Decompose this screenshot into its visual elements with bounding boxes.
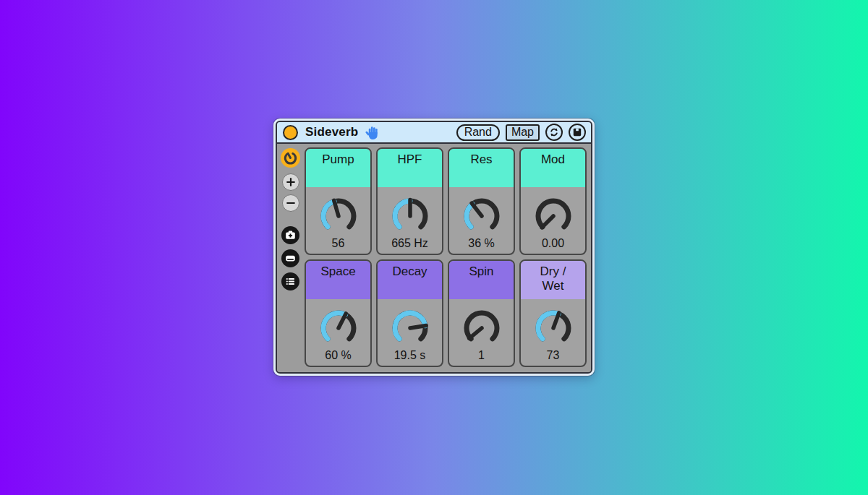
map-mode-button[interactable]: Map — [506, 124, 540, 141]
device-titlebar: Sideverb Rand Map — [277, 122, 591, 144]
macro-knob-toggle-icon[interactable] — [281, 148, 300, 168]
macro-value[interactable]: 0.00 — [542, 237, 564, 250]
macro-knob[interactable] — [388, 308, 432, 348]
randomize-cycle-icon[interactable] — [545, 124, 563, 141]
macro-name-label[interactable]: HPF — [378, 149, 442, 187]
hand-icon — [365, 124, 381, 140]
macro-name-label[interactable]: Dry / Wet — [521, 261, 585, 299]
macro-cell-decay: Decay 19.5 s — [376, 259, 443, 367]
macro-name-label[interactable]: Mod — [521, 149, 585, 187]
macro-value[interactable]: 19.5 s — [394, 349, 426, 362]
macro-value[interactable]: 73 — [547, 349, 560, 362]
add-macro-icon[interactable] — [282, 173, 299, 191]
macro-cell-drywet: Dry / Wet 73 — [519, 259, 587, 367]
save-icon[interactable] — [569, 124, 586, 141]
macro-cell-spin: Spin 1 — [448, 259, 515, 367]
macro-cell-res: Res 36 % — [448, 147, 515, 255]
macro-value[interactable]: 1 — [478, 349, 485, 362]
macro-cell-hpf: HPF 665 Hz — [376, 147, 443, 255]
macro-cell-mod: Mod 0.00 — [519, 147, 587, 255]
macro-value[interactable]: 36 % — [468, 237, 494, 250]
macro-cell-pump: Pump 56 — [305, 147, 372, 255]
macro-value[interactable]: 60 % — [325, 349, 351, 362]
macro-knob[interactable] — [317, 196, 360, 236]
device-frame: Sideverb Rand Map — [276, 121, 592, 374]
rack-side-strip — [277, 144, 304, 372]
macro-rack-device: Sideverb Rand Map — [273, 119, 595, 376]
macro-name-label[interactable]: Decay — [378, 261, 442, 299]
remove-macro-icon[interactable] — [282, 194, 299, 212]
macro-cell-space: Space 60 % — [305, 259, 372, 367]
macro-knob[interactable] — [532, 308, 575, 348]
macro-knob[interactable] — [460, 308, 503, 348]
macro-knob[interactable] — [460, 196, 503, 236]
macro-knob[interactable] — [317, 308, 360, 348]
variations-panel-icon[interactable] — [281, 249, 299, 267]
macro-name-label[interactable]: Spin — [449, 261, 514, 299]
macro-name-label[interactable]: Res — [449, 149, 514, 187]
macro-knob[interactable] — [388, 196, 432, 236]
device-title: Sideverb — [305, 125, 358, 139]
device-activator-toggle[interactable] — [283, 125, 298, 140]
macro-name-label[interactable]: Space — [306, 261, 370, 299]
macro-value[interactable]: 665 Hz — [391, 237, 428, 250]
randomize-button[interactable]: Rand — [456, 124, 500, 141]
macro-knob[interactable] — [532, 196, 575, 236]
chain-list-icon[interactable] — [281, 272, 299, 290]
device-body: Pump 56 HPF 665 Hz Res — [277, 144, 591, 372]
macro-grid: Pump 56 HPF 665 Hz Res — [304, 144, 591, 372]
new-variation-camera-icon[interactable] — [281, 226, 299, 244]
macro-name-label[interactable]: Pump — [306, 149, 370, 187]
macro-value[interactable]: 56 — [332, 237, 345, 250]
